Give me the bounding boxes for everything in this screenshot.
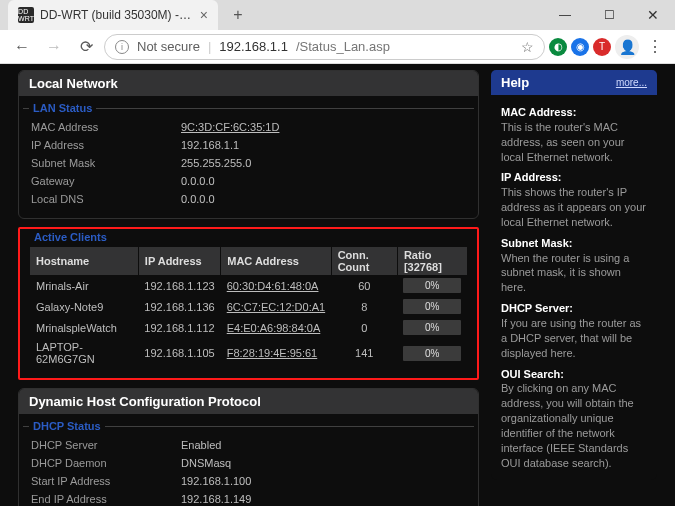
mac-link[interactable]: 60:30:D4:61:48:0A bbox=[227, 280, 319, 292]
lan-row: MAC Address9C:3D:CF:6C:35:1D bbox=[29, 118, 468, 136]
table-header: Conn. Count bbox=[331, 247, 397, 275]
dhcp-key: Start IP Address bbox=[31, 475, 181, 487]
dhcp-row: DHCP ServerEnabled bbox=[29, 436, 468, 454]
url-path: /Status_Lan.asp bbox=[296, 39, 390, 54]
cell-hostname: LAPTOP-62M6G7GN bbox=[30, 338, 138, 368]
help-text: If you are using the router as a DHCP se… bbox=[501, 317, 641, 359]
help-content: MAC Address:This is the router's MAC add… bbox=[491, 95, 657, 480]
dhcp-row: End IP Address192.168.1.149 bbox=[29, 490, 468, 506]
lan-value: 0.0.0.0 bbox=[181, 193, 215, 205]
help-text: By clicking on any MAC address, you will… bbox=[501, 382, 634, 468]
bookmark-icon[interactable]: ☆ bbox=[521, 39, 534, 55]
url-host: 192.168.1.1 bbox=[219, 39, 288, 54]
help-term: OUI Search: bbox=[501, 367, 647, 382]
back-button[interactable]: ← bbox=[8, 33, 36, 61]
mac-link[interactable]: 6C:C7:EC:12:D0:A1 bbox=[227, 301, 325, 313]
lan-key: IP Address bbox=[31, 139, 181, 151]
cell-ip: 192.168.1.105 bbox=[138, 338, 220, 368]
browser-toolbar: ← → ⟳ i Not secure | 192.168.1.1/Status_… bbox=[0, 30, 675, 64]
dhcp-status-legend: DHCP Status bbox=[29, 420, 105, 432]
cell-ratio: 0% bbox=[397, 296, 467, 317]
extension-icon-1[interactable]: ◐ bbox=[549, 38, 567, 56]
table-header: MAC Address bbox=[221, 247, 331, 275]
lan-key: Gateway bbox=[31, 175, 181, 187]
lan-value: 255.255.255.0 bbox=[181, 157, 251, 169]
ratio-bar: 0% bbox=[403, 346, 461, 361]
mac-link[interactable]: E4:E0:A6:98:84:0A bbox=[227, 322, 321, 334]
help-title: Help bbox=[501, 75, 529, 90]
cell-mac: 60:30:D4:61:48:0A bbox=[221, 275, 331, 296]
lan-row: IP Address192.168.1.1 bbox=[29, 136, 468, 154]
table-header: IP Address bbox=[138, 247, 220, 275]
cell-ip: 192.168.1.112 bbox=[138, 317, 220, 338]
dhcp-key: DHCP Daemon bbox=[31, 457, 181, 469]
help-more-link[interactable]: more... bbox=[616, 77, 647, 88]
panel-header-help: Help more... bbox=[491, 70, 657, 95]
table-row: MrinalspleWatch192.168.1.112E4:E0:A6:98:… bbox=[30, 317, 467, 338]
ratio-bar: 0% bbox=[403, 320, 461, 335]
panel-header-dhcp: Dynamic Host Configuration Protocol bbox=[19, 389, 478, 414]
address-bar[interactable]: i Not secure | 192.168.1.1/Status_Lan.as… bbox=[104, 34, 545, 60]
info-icon[interactable]: i bbox=[115, 40, 129, 54]
forward-button: → bbox=[40, 33, 68, 61]
tab-title: DD-WRT (build 35030M) - LAN S bbox=[40, 8, 194, 22]
close-window-button[interactable]: ✕ bbox=[631, 0, 675, 30]
lan-value: 192.168.1.1 bbox=[181, 139, 239, 151]
menu-icon[interactable]: ⋮ bbox=[643, 37, 667, 56]
page-body: Local Network LAN Status MAC Address9C:3… bbox=[0, 64, 675, 506]
cell-conn: 0 bbox=[331, 317, 397, 338]
lan-key: MAC Address bbox=[31, 121, 181, 133]
help-text: When the router is using a subnet mask, … bbox=[501, 252, 629, 294]
cell-hostname: Mrinals-Air bbox=[30, 275, 138, 296]
close-icon[interactable]: × bbox=[200, 7, 208, 23]
lan-value: 0.0.0.0 bbox=[181, 175, 215, 187]
dhcp-value: 192.168.1.100 bbox=[181, 475, 251, 487]
maximize-button[interactable]: ☐ bbox=[587, 0, 631, 30]
cell-ratio: 0% bbox=[397, 275, 467, 296]
mac-link[interactable]: 9C:3D:CF:6C:35:1D bbox=[181, 121, 279, 133]
new-tab-button[interactable]: + bbox=[226, 3, 250, 27]
table-header: Ratio [32768] bbox=[397, 247, 467, 275]
lan-value[interactable]: 9C:3D:CF:6C:35:1D bbox=[181, 121, 279, 133]
tab-favicon: DDWRT bbox=[18, 7, 34, 23]
dhcp-value: Enabled bbox=[181, 439, 221, 451]
extension-icon-3[interactable]: T bbox=[593, 38, 611, 56]
dhcp-value: 192.168.1.149 bbox=[181, 493, 251, 505]
lan-status-group: LAN Status MAC Address9C:3D:CF:6C:35:1DI… bbox=[23, 102, 474, 210]
cell-ratio: 0% bbox=[397, 317, 467, 338]
reload-button[interactable]: ⟳ bbox=[72, 33, 100, 61]
lan-row: Gateway0.0.0.0 bbox=[29, 172, 468, 190]
help-text: This is the router's MAC address, as see… bbox=[501, 121, 625, 163]
dhcp-value: DNSMasq bbox=[181, 457, 231, 469]
cell-hostname: MrinalspleWatch bbox=[30, 317, 138, 338]
help-term: MAC Address: bbox=[501, 105, 647, 120]
browser-tab[interactable]: DDWRT DD-WRT (build 35030M) - LAN S × bbox=[8, 0, 218, 30]
cell-conn: 8 bbox=[331, 296, 397, 317]
table-row: LAPTOP-62M6G7GN192.168.1.105F8:28:19:4E:… bbox=[30, 338, 467, 368]
lan-key: Local DNS bbox=[31, 193, 181, 205]
help-term: Subnet Mask: bbox=[501, 236, 647, 251]
active-clients-table: HostnameIP AddressMAC AddressConn. Count… bbox=[30, 247, 467, 368]
lan-key: Subnet Mask bbox=[31, 157, 181, 169]
mac-link[interactable]: F8:28:19:4E:95:61 bbox=[227, 347, 318, 359]
extension-icon-2[interactable]: ◉ bbox=[571, 38, 589, 56]
dhcp-row: DHCP DaemonDNSMasq bbox=[29, 454, 468, 472]
active-clients-group: Active Clients HostnameIP AddressMAC Add… bbox=[24, 231, 473, 370]
dhcp-row: Start IP Address192.168.1.100 bbox=[29, 472, 468, 490]
cell-mac: 6C:C7:EC:12:D0:A1 bbox=[221, 296, 331, 317]
lan-status-legend: LAN Status bbox=[29, 102, 96, 114]
ratio-bar: 0% bbox=[403, 299, 461, 314]
table-row: Mrinals-Air192.168.1.12360:30:D4:61:48:0… bbox=[30, 275, 467, 296]
panel-active-clients: Active Clients HostnameIP AddressMAC Add… bbox=[18, 227, 479, 380]
profile-avatar[interactable]: 👤 bbox=[615, 35, 639, 59]
cell-conn: 141 bbox=[331, 338, 397, 368]
panel-help: Help more... MAC Address:This is the rou… bbox=[491, 70, 657, 480]
help-text: This shows the router's IP address as it… bbox=[501, 186, 646, 228]
dhcp-key: End IP Address bbox=[31, 493, 181, 505]
cell-ratio: 0% bbox=[397, 338, 467, 368]
cell-ip: 192.168.1.136 bbox=[138, 296, 220, 317]
lan-row: Local DNS0.0.0.0 bbox=[29, 190, 468, 208]
panel-dhcp: Dynamic Host Configuration Protocol DHCP… bbox=[18, 388, 479, 506]
panel-header-local-network: Local Network bbox=[19, 71, 478, 96]
minimize-button[interactable]: — bbox=[543, 0, 587, 30]
